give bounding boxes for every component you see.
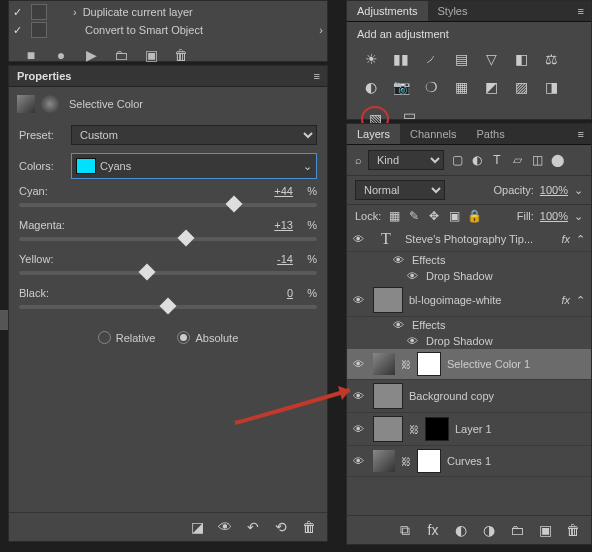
visibility-icon[interactable]: 👁 (353, 423, 367, 435)
layer-thumb[interactable] (373, 383, 403, 409)
balance-icon[interactable]: ⚖ (541, 50, 561, 68)
slider-track[interactable] (19, 305, 317, 309)
link-layers-icon[interactable]: ⧉ (397, 522, 413, 538)
tab-adjustments[interactable]: Adjustments (347, 1, 428, 21)
filter-toggle-icon[interactable]: ⬤ (550, 153, 564, 167)
search-icon[interactable]: ⌕ (355, 154, 362, 166)
layer-name[interactable]: Steve's Photography Tip... (405, 233, 555, 245)
lock-move-icon[interactable]: ✥ (427, 209, 441, 223)
layer-name[interactable]: Background copy (409, 390, 585, 402)
play-icon[interactable]: ▶ (83, 47, 99, 63)
layer-row[interactable]: 👁⛓Curves 1 (347, 446, 591, 477)
vibrance-icon[interactable]: ▽ (481, 50, 501, 68)
filter-shape-icon[interactable]: ▱ (510, 153, 524, 167)
chevron-up-icon[interactable]: ⌃ (576, 294, 585, 307)
layer-row[interactable]: 👁TSteve's Photography Tip...fx⌃ (347, 227, 591, 252)
slider-value[interactable]: -14 (233, 253, 293, 265)
eye-icon[interactable]: 👁 (217, 519, 233, 535)
visibility-icon[interactable]: 👁 (353, 233, 367, 245)
group-icon[interactable]: 🗀 (509, 522, 525, 538)
lock-all-icon[interactable]: 🔒 (467, 209, 481, 223)
opacity-value[interactable]: 100% (540, 184, 568, 196)
gradient-map-icon[interactable]: ▭ (399, 106, 419, 124)
hue-icon[interactable]: ◧ (511, 50, 531, 68)
action-duplicate[interactable]: Duplicate current layer (83, 6, 193, 18)
filter-type-icon[interactable]: T (490, 153, 504, 167)
eye-icon[interactable]: 👁 (407, 270, 418, 282)
layer-name[interactable]: Curves 1 (447, 455, 585, 467)
photo-filter-icon[interactable]: 📷 (391, 78, 411, 96)
slider-track[interactable] (19, 271, 317, 275)
trash-icon[interactable]: 🗑 (301, 519, 317, 535)
tab-layers[interactable]: Layers (347, 124, 400, 144)
filter-pixel-icon[interactable]: ▢ (450, 153, 464, 167)
layer-name[interactable]: Selective Color 1 (447, 358, 585, 370)
mask-add-icon[interactable]: ◐ (453, 522, 469, 538)
visibility-icon[interactable]: 👁 (353, 294, 367, 306)
slider-thumb[interactable] (177, 230, 194, 247)
slider-track[interactable] (19, 237, 317, 241)
relative-radio[interactable]: Relative (98, 331, 156, 344)
curves-icon[interactable]: ⟋ (421, 50, 441, 68)
eye-icon[interactable]: 👁 (393, 254, 404, 266)
layer-row[interactable]: 👁⛓Selective Color 1 (347, 349, 591, 380)
lock-artboard-icon[interactable]: ▣ (447, 209, 461, 223)
layer-mask[interactable] (425, 417, 449, 441)
action-smart-object[interactable]: Convert to Smart Object (85, 24, 203, 36)
invert-icon[interactable]: ◩ (481, 78, 501, 96)
folder-icon[interactable]: 🗀 (113, 47, 129, 63)
layer-mask[interactable] (417, 352, 441, 376)
new-layer-icon[interactable]: ▣ (537, 522, 553, 538)
layer-name[interactable]: bl-logoimage-white (409, 294, 555, 306)
layer-row[interactable]: 👁bl-logoimage-whitefx⌃ (347, 284, 591, 317)
panel-menu-icon[interactable]: ≡ (570, 124, 591, 144)
fx-badge[interactable]: fx (561, 233, 570, 245)
visibility-icon[interactable]: 👁 (353, 455, 367, 467)
slider-thumb[interactable] (139, 264, 156, 281)
chevron-down-icon[interactable]: ⌄ (574, 210, 583, 223)
layer-thumb[interactable] (373, 287, 403, 313)
tab-paths[interactable]: Paths (467, 124, 515, 144)
trash-icon[interactable]: 🗑 (173, 47, 189, 63)
fx-badge[interactable]: fx (561, 294, 570, 306)
bw-icon[interactable]: ◐ (361, 78, 381, 96)
revert-icon[interactable]: ⟲ (273, 519, 289, 535)
eye-icon[interactable]: 👁 (407, 335, 418, 347)
brightness-icon[interactable]: ☀ (361, 50, 381, 68)
tab-channels[interactable]: Channels (400, 124, 466, 144)
fx-icon[interactable]: fx (425, 522, 441, 538)
visibility-icon[interactable]: 👁 (353, 358, 367, 370)
layer-name[interactable]: Layer 1 (455, 423, 585, 435)
slider-value[interactable]: 0 (233, 287, 293, 299)
chevron-up-icon[interactable]: ⌃ (576, 233, 585, 246)
panel-menu-icon[interactable]: ≡ (314, 70, 319, 82)
kind-select[interactable]: Kind (368, 150, 444, 170)
filter-adj-icon[interactable]: ◐ (470, 153, 484, 167)
new-icon[interactable]: ▣ (143, 47, 159, 63)
adj-add-icon[interactable]: ◑ (481, 522, 497, 538)
visibility-icon[interactable]: 👁 (353, 390, 367, 402)
clip-icon[interactable]: ◪ (189, 519, 205, 535)
layer-row[interactable]: 👁Background copy (347, 380, 591, 413)
effect-item[interactable]: 👁Drop Shadow (347, 268, 591, 284)
fill-value[interactable]: 100% (540, 210, 568, 222)
preset-select[interactable]: Custom (71, 125, 317, 145)
exposure-icon[interactable]: ▤ (451, 50, 471, 68)
chevron-down-icon[interactable]: ⌄ (574, 184, 583, 197)
slider-track[interactable] (19, 203, 317, 207)
slider-value[interactable]: +13 (233, 219, 293, 231)
panel-menu-icon[interactable]: ≡ (570, 1, 591, 21)
stop-icon[interactable]: ■ (23, 47, 39, 63)
tab-styles[interactable]: Styles (428, 1, 478, 21)
reset-icon[interactable]: ↶ (245, 519, 261, 535)
mask-icon[interactable] (41, 95, 59, 113)
record-icon[interactable]: ● (53, 47, 69, 63)
absolute-radio[interactable]: Absolute (177, 331, 238, 344)
layer-row[interactable]: 👁⛓Layer 1 (347, 413, 591, 446)
lookup-icon[interactable]: ▦ (451, 78, 471, 96)
lock-trans-icon[interactable]: ▦ (387, 209, 401, 223)
lock-paint-icon[interactable]: ✎ (407, 209, 421, 223)
threshold-icon[interactable]: ◨ (541, 78, 561, 96)
layer-thumb[interactable] (373, 416, 403, 442)
slider-value[interactable]: +44 (233, 185, 293, 197)
